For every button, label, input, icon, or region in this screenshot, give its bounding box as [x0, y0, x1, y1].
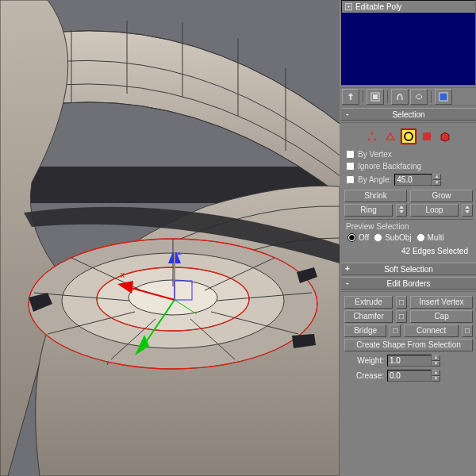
create-shape-button[interactable]: Create Shape From Selection	[344, 339, 473, 351]
rollout-body-edit-borders: Extrude □ Insert Vertex Chamfer □ Cap Br…	[341, 291, 476, 387]
rollout-header-soft-selection[interactable]: + Soft Selection	[341, 263, 476, 275]
modifier-item-editable-poly[interactable]: + Editable Poly	[342, 1, 475, 13]
rollout-header-edit-borders[interactable]: - Edit Borders	[341, 277, 476, 290]
svg-point-39	[371, 132, 374, 135]
spin-down-icon[interactable]: ▼	[432, 376, 440, 382]
crease-label: Crease:	[346, 371, 384, 380]
crease-input[interactable]	[387, 370, 432, 382]
svg-rect-41	[423, 132, 431, 140]
show-end-result-icon[interactable]	[367, 89, 384, 105]
crease-spinner[interactable]: ▲▼	[387, 370, 440, 382]
loop-button[interactable]: Loop	[410, 204, 459, 217]
weight-spinner[interactable]: ▲▼	[387, 355, 440, 367]
selection-status: 42 Edges Selected	[344, 244, 473, 257]
by-vertex-label: By Vertex	[358, 150, 392, 159]
ring-spinner[interactable]	[396, 204, 407, 217]
bridge-settings-button[interactable]: □	[390, 324, 401, 337]
rollout-body-selection: By Vertex Ignore Backfacing By Angle: ▲▼…	[341, 122, 476, 261]
rollout-header-selection[interactable]: - Selection	[341, 108, 476, 121]
collapse-icon: -	[344, 110, 351, 118]
svg-point-37	[368, 139, 370, 141]
stack-toolbar	[341, 87, 476, 106]
preview-selection-label: Preview Selection	[344, 221, 473, 232]
rollout-title: Edit Borders	[386, 279, 430, 288]
weight-input[interactable]	[387, 355, 432, 367]
svg-rect-35	[373, 94, 378, 99]
expand-icon[interactable]: +	[345, 3, 352, 10]
ring-button[interactable]: Ring	[344, 204, 393, 217]
connect-settings-button[interactable]: □	[462, 324, 473, 337]
by-angle-checkbox[interactable]: By Angle:	[346, 175, 391, 184]
rollout-title: Selection	[392, 110, 424, 119]
insert-vertex-button[interactable]: Insert Vertex	[410, 296, 473, 309]
expand-icon: +	[344, 265, 351, 273]
modifier-stack[interactable]: + Editable Poly	[341, 0, 476, 86]
connect-button[interactable]: Connect	[404, 324, 459, 337]
preview-off-radio[interactable]: Off	[347, 233, 369, 242]
vertex-icon[interactable]	[364, 129, 380, 144]
spin-up-icon[interactable]: ▲	[432, 174, 441, 180]
grow-button[interactable]: Grow	[410, 190, 473, 202]
by-vertex-checkbox[interactable]: By Vertex	[344, 149, 473, 161]
extrude-settings-button[interactable]: □	[396, 296, 407, 309]
chamfer-settings-button[interactable]: □	[396, 310, 407, 323]
svg-point-40	[405, 132, 413, 140]
ignore-backfacing-checkbox[interactable]: Ignore Backfacing	[344, 161, 473, 173]
configure-sets-icon[interactable]	[435, 89, 452, 105]
spin-up-icon[interactable]: ▲	[432, 370, 440, 376]
spin-up-icon[interactable]: ▲	[432, 355, 440, 361]
extrude-button[interactable]: Extrude	[344, 296, 393, 309]
angle-spinner[interactable]: ▲▼	[394, 174, 441, 186]
svg-point-38	[374, 139, 377, 141]
edge-icon[interactable]	[382, 129, 398, 144]
make-unique-icon[interactable]	[391, 89, 409, 105]
preview-subobj-radio[interactable]: SubObj	[374, 233, 411, 242]
spin-down-icon[interactable]: ▼	[432, 180, 441, 186]
rollout-title: Soft Selection	[384, 265, 433, 274]
pin-stack-icon[interactable]	[342, 89, 359, 105]
subobject-icons	[344, 125, 473, 149]
chamfer-button[interactable]: Chamfer	[344, 310, 393, 323]
element-icon[interactable]	[437, 129, 453, 144]
polygon-icon[interactable]	[419, 129, 435, 144]
cap-button[interactable]: Cap	[410, 310, 473, 323]
shrink-button[interactable]: Shrink	[344, 190, 407, 202]
border-icon[interactable]	[401, 129, 416, 144]
preview-radios: Off SubObj Multi	[344, 232, 473, 244]
loop-spinner[interactable]	[462, 204, 473, 217]
by-angle-label: By Angle:	[358, 175, 391, 184]
weight-label: Weight:	[346, 356, 384, 365]
spin-down-icon[interactable]: ▼	[432, 361, 440, 367]
bridge-button[interactable]: Bridge	[344, 324, 386, 337]
svg-rect-36	[440, 93, 447, 101]
angle-input[interactable]	[394, 174, 432, 186]
modifier-label: Editable Poly	[355, 2, 401, 11]
remove-modifier-icon[interactable]	[410, 89, 428, 105]
command-panel: + Editable Poly - Selection	[340, 0, 476, 476]
ignore-backfacing-label: Ignore Backfacing	[358, 162, 421, 171]
preview-multi-radio[interactable]: Multi	[416, 233, 444, 242]
viewport[interactable]: x z	[0, 0, 340, 476]
collapse-icon: -	[344, 279, 351, 287]
